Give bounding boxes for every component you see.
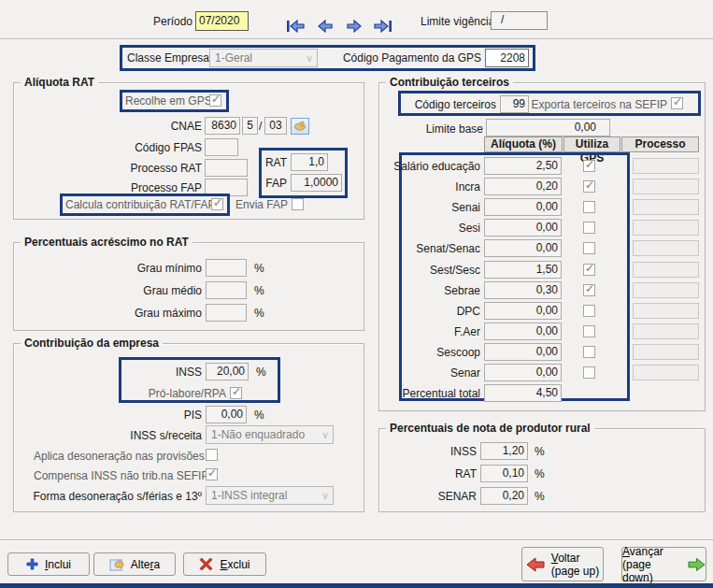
- grau-medio-label: Grau médio: [108, 284, 202, 297]
- cnae-label: CNAE: [146, 120, 202, 133]
- processo-rat-field[interactable]: [205, 159, 248, 177]
- rat-field[interactable]: 1,0: [291, 153, 328, 171]
- terceiros-utiliza-gps-checkbox[interactable]: [583, 325, 595, 337]
- recolhe-gps-checkbox[interactable]: [209, 94, 221, 107]
- terceiros-utiliza-gps-checkbox[interactable]: [583, 180, 595, 193]
- terceiros-utiliza-gps-checkbox[interactable]: [583, 264, 595, 276]
- classe-empresa-select[interactable]: 1-Geral∨: [209, 49, 318, 67]
- limite-base-label: Limite base: [408, 122, 483, 136]
- percentuais-rat-title: Percentuais acréscimo no RAT: [21, 236, 193, 249]
- terceiros-processo-field[interactable]: [633, 199, 699, 215]
- terceiros-utiliza-gps-checkbox[interactable]: [583, 160, 595, 172]
- pis-field[interactable]: 0,00: [206, 406, 247, 423]
- terceiros-aliquota-field[interactable]: 0,30: [484, 281, 562, 299]
- terceiros-aliquota-field[interactable]: 0,00: [484, 302, 562, 320]
- rural-rat-percent: %: [535, 467, 545, 480]
- terceiros-utiliza-gps-checkbox[interactable]: [583, 346, 595, 358]
- terceiros-processo-field[interactable]: [633, 262, 699, 278]
- terceiros-utiliza-gps-checkbox[interactable]: [583, 366, 595, 379]
- terceiros-processo-field[interactable]: [633, 303, 699, 319]
- terceiros-row-label: Sebrae: [361, 284, 480, 297]
- codigo-gps-field[interactable]: 2208: [485, 49, 529, 67]
- codigo-fpas-field[interactable]: [205, 138, 238, 156]
- column-header-aliquota[interactable]: Alíquota (%): [484, 136, 563, 152]
- terceiros-aliquota-field[interactable]: 0,00: [484, 198, 562, 216]
- terceiros-utiliza-gps-checkbox[interactable]: [583, 222, 595, 234]
- terceiros-processo-field[interactable]: [633, 179, 699, 194]
- limite-vigencia-field[interactable]: /: [491, 11, 548, 30]
- limite-vigencia-label: Limite vigência: [421, 15, 486, 28]
- periodo-label: Período: [150, 15, 193, 28]
- terceiros-aliquota-field[interactable]: 0,00: [484, 323, 562, 340]
- contribuicao-empresa-title: Contribuição da empresa: [21, 337, 163, 350]
- voltar-button[interactable]: Voltar(page up): [521, 547, 604, 581]
- inss-receita-select[interactable]: 1-Não enquadrado∨: [206, 425, 334, 444]
- prolabore-checkbox[interactable]: [230, 387, 242, 399]
- terceiros-processo-field[interactable]: [633, 365, 699, 380]
- cnae-field-2[interactable]: 5: [242, 117, 258, 135]
- terceiros-row-label: F.Aer: [361, 325, 480, 338]
- terceiros-aliquota-field[interactable]: 0,00: [484, 219, 562, 237]
- pis-label: PIS: [140, 409, 202, 422]
- terceiros-processo-field[interactable]: [633, 240, 699, 256]
- terceiros-processo-field[interactable]: [633, 158, 699, 174]
- altera-button[interactable]: Altera: [93, 552, 176, 576]
- rural-rat-field[interactable]: 0,10: [480, 465, 528, 482]
- nav-previous-icon[interactable]: [314, 18, 336, 35]
- exclui-button[interactable]: Exclui: [183, 552, 266, 576]
- terceiros-utiliza-gps-checkbox[interactable]: [583, 201, 595, 213]
- rural-senar-field[interactable]: 0,20: [480, 487, 528, 505]
- envia-fap-checkbox[interactable]: [292, 198, 304, 210]
- nav-next-icon[interactable]: [343, 18, 365, 35]
- processo-rat-label: Processo RAT: [93, 162, 202, 175]
- forma-desoneracao-select[interactable]: 1-INSS integral∨: [206, 486, 334, 505]
- delete-x-icon: [199, 557, 213, 571]
- exporta-terceiros-label: Exporta terceiros na SEFIP: [523, 98, 667, 111]
- calcula-rat-fap-checkbox[interactable]: [211, 198, 223, 210]
- limite-base-field[interactable]: 0,00: [486, 119, 610, 136]
- rural-inss-percent: %: [535, 445, 545, 458]
- top-separator: [0, 38, 713, 40]
- terceiros-processo-field[interactable]: [633, 282, 699, 298]
- terceiros-row-label: Sesi: [361, 222, 480, 235]
- nav-last-icon[interactable]: [372, 18, 394, 35]
- compensa-inss-label: Compensa INSS não trib.na SEFIP: [34, 469, 202, 482]
- cnae-field-1[interactable]: 8630: [205, 117, 240, 135]
- avancar-button[interactable]: Avançar(page down): [621, 547, 706, 581]
- terceiros-aliquota-field[interactable]: 0,00: [484, 364, 562, 381]
- nav-first-icon[interactable]: [284, 18, 307, 35]
- grau-minimo-field[interactable]: [206, 259, 247, 277]
- terceiros-processo-field[interactable]: [633, 344, 699, 360]
- inss-receita-label: INSS s/receita: [108, 429, 202, 442]
- terceiros-aliquota-field[interactable]: 0,00: [484, 239, 562, 257]
- fap-field[interactable]: 1,0000: [291, 174, 342, 192]
- terceiros-aliquota-field[interactable]: 0,00: [484, 343, 562, 361]
- column-header-processo[interactable]: Processo: [621, 136, 699, 152]
- terceiros-row-label: Senar: [361, 366, 480, 380]
- terceiros-utiliza-gps-checkbox[interactable]: [583, 242, 595, 254]
- note-hand-icon: [109, 558, 124, 571]
- terceiros-row-label: Sest/Sesc: [361, 264, 480, 277]
- terceiros-aliquota-field[interactable]: 0,20: [484, 178, 562, 195]
- terceiros-utiliza-gps-checkbox[interactable]: [583, 305, 595, 317]
- terceiros-aliquota-field[interactable]: 2,50: [484, 157, 562, 175]
- terceiros-aliquota-field[interactable]: 4,50: [484, 384, 562, 402]
- inss-field[interactable]: 20,00: [206, 363, 249, 380]
- terceiros-aliquota-field[interactable]: 1,50: [484, 261, 562, 279]
- rural-inss-field[interactable]: 1,20: [480, 442, 528, 460]
- exporta-terceiros-checkbox[interactable]: [671, 97, 683, 109]
- aplica-desoneracao-checkbox[interactable]: [206, 449, 218, 461]
- periodo-field[interactable]: 07/2020: [195, 11, 249, 31]
- cnae-field-3[interactable]: 03: [264, 117, 287, 135]
- column-header-utiliza-gps[interactable]: Utiliza GPS: [563, 136, 620, 152]
- terceiros-processo-field[interactable]: [633, 323, 699, 339]
- codigo-fpas-label: Código FPAS: [93, 141, 202, 154]
- grau-medio-field[interactable]: [206, 281, 247, 299]
- terceiros-processo-field[interactable]: [633, 220, 699, 236]
- compensa-inss-checkbox[interactable]: [206, 468, 218, 480]
- terceiros-utiliza-gps-checkbox[interactable]: [583, 284, 595, 296]
- grau-medio-percent: %: [254, 284, 264, 297]
- cnae-lookup-button[interactable]: [291, 118, 309, 135]
- inclui-button[interactable]: Inclui: [7, 552, 90, 576]
- grau-maximo-field[interactable]: [206, 304, 247, 322]
